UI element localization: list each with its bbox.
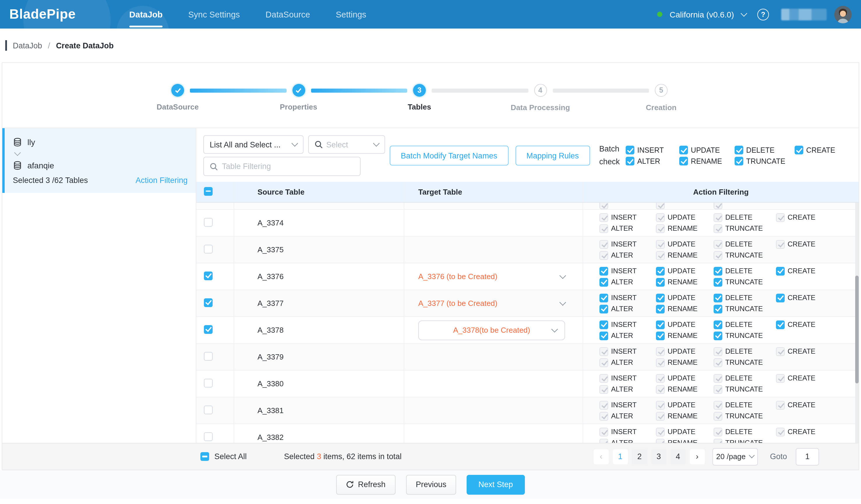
insert-checkbox[interactable] (599, 320, 608, 329)
next-step-button[interactable]: Next Step (467, 475, 525, 494)
alter-checkbox[interactable] (599, 304, 608, 313)
list-mode-select[interactable]: List All and Select ... (203, 135, 303, 154)
target-table-select[interactable]: A_3378(to be Created) (418, 320, 565, 340)
truncate-checkbox[interactable] (714, 331, 722, 340)
action-insert: INSERT (599, 320, 656, 329)
action-rename: RENAME (656, 438, 714, 443)
action-delete: DELETE (714, 374, 776, 382)
row-select-checkbox[interactable] (204, 244, 213, 253)
breadcrumb-parent[interactable]: DataJob (13, 41, 42, 50)
action-label: INSERT (611, 321, 637, 329)
datasource-pair-panel[interactable]: lly afanqie (2, 128, 196, 193)
nav-item-datajob[interactable]: DataJob (129, 7, 163, 21)
action-filtering-link[interactable]: Action Filtering (135, 176, 188, 185)
row-select-checkbox[interactable] (204, 379, 213, 387)
select-all-checkbox-indeterminate[interactable] (204, 187, 213, 195)
quick-select-dropdown[interactable]: Select (308, 135, 385, 154)
batch-insert-checkbox[interactable] (626, 146, 634, 154)
update-checkbox[interactable] (656, 294, 665, 302)
truncate-checkbox[interactable] (714, 278, 722, 286)
action-filtering-cell: INSERTUPDATEDELETECREATEALTERRENAMETRUNC… (583, 371, 859, 397)
table-scrollbar-thumb[interactable] (855, 276, 859, 383)
batch-truncate-checkbox[interactable] (735, 157, 743, 165)
chevron-down-icon[interactable] (741, 10, 748, 17)
mapping-rules-button[interactable]: Mapping Rules (515, 146, 590, 165)
rename-checkbox[interactable] (656, 278, 665, 286)
alter-checkbox (599, 385, 608, 394)
target-table-cell: A_3377 (to be Created) (404, 290, 583, 316)
step-data-processing[interactable]: 4Data Processing (534, 84, 547, 97)
pagination-page-4[interactable]: 4 (670, 449, 685, 464)
table-filter-field[interactable] (203, 157, 360, 176)
chevron-down-icon[interactable] (560, 299, 566, 305)
delete-checkbox[interactable] (714, 267, 722, 275)
row-select-checkbox[interactable] (204, 325, 213, 333)
update-checkbox[interactable] (656, 267, 665, 275)
user-avatar[interactable] (834, 5, 852, 23)
batch-alter-checkbox[interactable] (626, 157, 634, 165)
delete-checkbox[interactable] (714, 294, 722, 302)
pagination-next-button[interactable]: › (689, 449, 705, 464)
batch-delete-checkbox[interactable] (735, 146, 743, 154)
pagination-page-2[interactable]: 2 (632, 449, 647, 464)
delete-checkbox[interactable] (714, 320, 722, 329)
delete-checkbox (714, 347, 722, 356)
select-all-footer-checkbox[interactable] (201, 452, 209, 461)
step-properties[interactable]: Properties (292, 84, 305, 97)
row-select-checkbox[interactable] (204, 405, 213, 414)
rename-checkbox (656, 224, 665, 233)
batch-rename-checkbox[interactable] (679, 157, 688, 165)
pagination-prev-button[interactable]: ‹ (593, 449, 609, 464)
nav-item-datasource[interactable]: DataSource (265, 7, 310, 21)
alter-checkbox[interactable] (599, 278, 608, 286)
step-datasource[interactable]: DataSource (171, 84, 184, 97)
rename-checkbox[interactable] (656, 331, 665, 340)
create-checkbox (776, 347, 785, 356)
create-checkbox[interactable] (776, 320, 785, 329)
update-checkbox[interactable] (656, 320, 665, 329)
row-select-checkbox[interactable] (204, 298, 213, 307)
help-icon[interactable]: ? (757, 9, 769, 20)
step-creation[interactable]: 5Creation (655, 84, 668, 97)
goto-page-input[interactable] (796, 448, 819, 465)
nav-item-settings[interactable]: Settings (336, 7, 366, 21)
brand-logo[interactable]: BladePipe (9, 6, 76, 22)
insert-checkbox[interactable] (599, 267, 608, 275)
table-filter-input[interactable] (222, 162, 354, 171)
region-selector[interactable]: California (v0.6.0) (670, 10, 734, 19)
truncate-checkbox[interactable] (714, 304, 722, 313)
batch-modify-target-names-button[interactable]: Batch Modify Target Names (390, 146, 508, 165)
insert-checkbox[interactable] (599, 294, 608, 302)
create-checkbox[interactable] (776, 267, 785, 275)
batch-create-checkbox[interactable] (795, 146, 803, 154)
row-select-checkbox[interactable] (204, 352, 213, 360)
source-table-cell: A_3379 (234, 344, 404, 370)
previous-button[interactable]: Previous (406, 475, 456, 494)
create-checkbox[interactable] (776, 294, 785, 302)
select-all-control[interactable]: Select All (201, 452, 247, 461)
row-select-checkbox[interactable] (204, 432, 213, 441)
nav-item-sync-settings[interactable]: Sync Settings (188, 7, 240, 21)
action-alter: ALTER (599, 331, 656, 340)
action-update: UPDATE (656, 240, 714, 248)
step-tables[interactable]: 3Tables (413, 84, 426, 97)
action-label: ALTER (611, 251, 633, 259)
action-label: DELETE (725, 428, 752, 436)
pagination-page-1[interactable]: 1 (613, 449, 628, 464)
alter-checkbox[interactable] (599, 331, 608, 340)
pagination-page-3[interactable]: 3 (651, 449, 666, 464)
table-scrollbar-track[interactable] (855, 203, 859, 443)
action-filtering-cell (583, 203, 859, 209)
batch-update-checkbox[interactable] (679, 146, 688, 154)
chevron-down-icon[interactable] (560, 272, 566, 279)
row-select-checkbox[interactable] (204, 218, 213, 226)
action-filtering-grid: INSERTUPDATEDELETECREATEALTERRENAMETRUNC… (599, 267, 816, 286)
refresh-button[interactable]: Refresh (337, 475, 396, 494)
truncate-checkbox (714, 358, 722, 367)
target-table-cell (404, 397, 583, 424)
batch-action-create: CREATE (795, 146, 835, 154)
page-size-select[interactable]: 20 /page (712, 448, 757, 465)
row-select-checkbox[interactable] (204, 271, 213, 280)
rename-checkbox[interactable] (656, 304, 665, 313)
action-label: TRUNCATE (725, 439, 763, 443)
